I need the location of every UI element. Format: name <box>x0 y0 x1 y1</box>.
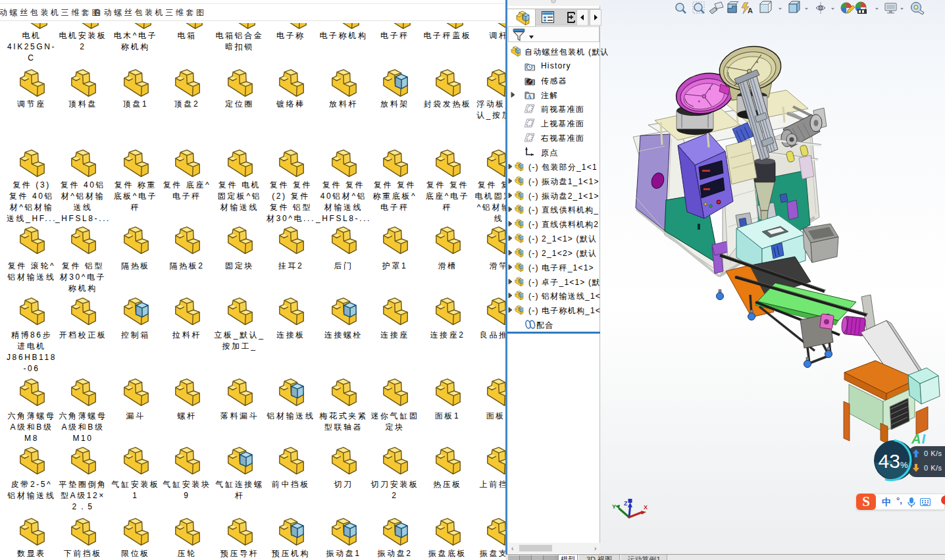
svg-text:X: X <box>644 504 648 511</box>
svg-text:A: A <box>748 7 753 14</box>
svg-text:Y: Y <box>612 503 616 510</box>
svg-text:A: A <box>527 93 532 100</box>
svg-text:Z: Z <box>624 500 628 507</box>
